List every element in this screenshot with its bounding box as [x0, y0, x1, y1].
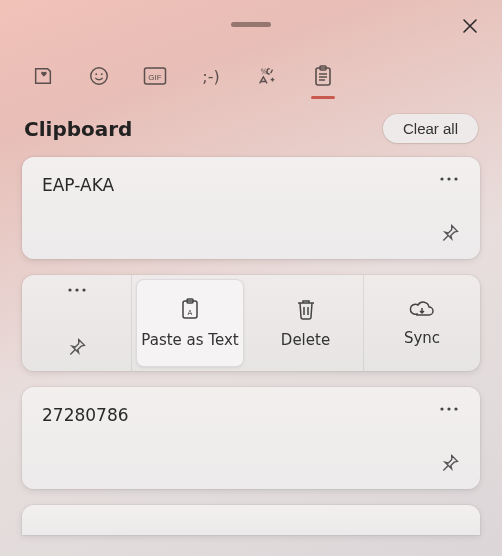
clipboard-item-text: 27280786 [42, 405, 460, 425]
titlebar [0, 0, 502, 48]
item-more-button[interactable] [434, 167, 464, 191]
svg-point-17 [440, 407, 443, 410]
tab-symbols[interactable]: % [252, 59, 282, 93]
clipboard-item-actions: A Paste as Text Delete Sync [22, 275, 480, 371]
clipboard-item[interactable]: EAP-AKA [22, 157, 480, 259]
paste-text-icon: A [178, 297, 202, 321]
clear-all-button[interactable]: Clear all [383, 114, 478, 143]
item-pin-button[interactable] [436, 219, 464, 247]
drag-grip[interactable] [231, 22, 271, 27]
svg-point-2 [101, 73, 103, 75]
action-delete[interactable]: Delete [248, 275, 364, 371]
clipboard-icon [313, 65, 333, 87]
tab-emoji[interactable] [84, 59, 114, 93]
svg-point-11 [68, 288, 71, 291]
svg-text:A: A [188, 309, 193, 317]
pin-icon [440, 223, 460, 243]
svg-point-1 [95, 73, 97, 75]
emoji-smile-icon [88, 65, 110, 87]
svg-point-13 [82, 288, 85, 291]
svg-point-12 [75, 288, 78, 291]
clipboard-item-text: EAP-AKA [42, 175, 460, 195]
more-horizontal-icon [67, 287, 87, 293]
tab-clipboard[interactable] [308, 59, 338, 93]
item-collapsed-preview[interactable] [22, 275, 132, 371]
pin-icon [440, 453, 460, 473]
trash-icon [295, 297, 317, 321]
sticker-heart-icon [32, 65, 54, 87]
item-pin-button[interactable] [436, 449, 464, 477]
action-label: Delete [281, 331, 330, 349]
category-tabbar: GIF ;-) % [0, 48, 502, 104]
section-title: Clipboard [24, 117, 132, 141]
svg-point-18 [447, 407, 450, 410]
svg-point-19 [454, 407, 457, 410]
more-horizontal-icon [439, 406, 459, 412]
item-pin-button[interactable] [22, 337, 131, 357]
close-icon [462, 18, 478, 34]
svg-text:GIF: GIF [148, 73, 161, 82]
pin-icon [67, 337, 87, 357]
action-label: Sync [404, 329, 440, 347]
action-label: Paste as Text [141, 331, 238, 349]
tab-stickers[interactable] [28, 59, 58, 93]
clipboard-header: Clipboard Clear all [0, 104, 502, 157]
svg-point-9 [447, 177, 450, 180]
cloud-sync-icon [409, 299, 435, 319]
clipboard-item[interactable]: 27280786 [22, 387, 480, 489]
gif-icon: GIF [143, 66, 167, 86]
more-horizontal-icon [439, 176, 459, 182]
kaomoji-icon: ;-) [202, 67, 219, 86]
item-more-button[interactable] [22, 287, 131, 293]
svg-point-8 [440, 177, 443, 180]
tab-kaomoji[interactable]: ;-) [196, 59, 226, 93]
clipboard-item[interactable] [22, 505, 480, 535]
close-button[interactable] [456, 12, 484, 40]
svg-point-10 [454, 177, 457, 180]
action-sync[interactable]: Sync [364, 275, 480, 371]
item-more-button[interactable] [434, 397, 464, 421]
symbols-icon: % [256, 65, 278, 87]
tab-gif[interactable]: GIF [140, 59, 170, 93]
action-paste-as-text[interactable]: A Paste as Text [136, 279, 244, 367]
svg-point-0 [91, 68, 108, 85]
